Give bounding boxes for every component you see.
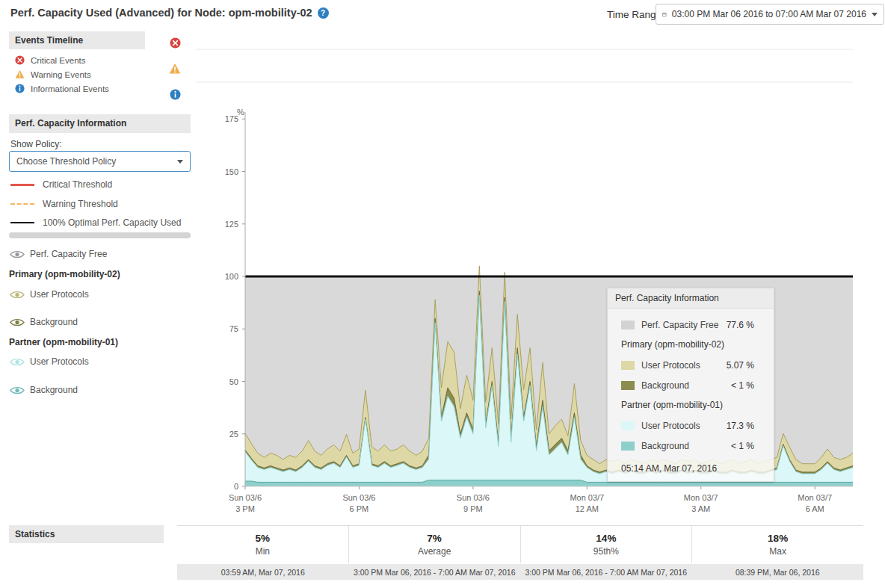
y-tick-label: 125: [225, 220, 238, 229]
calendar-icon: [662, 9, 667, 20]
info-icon: [15, 84, 25, 93]
y-tick-label: 75: [229, 324, 238, 333]
stat-average-range: 3:00 PM Mar 06, 2016 - 7:00 AM Mar 07, 2…: [349, 568, 521, 577]
tooltip-row-primary-user: User Protocols 5.07 %: [621, 355, 754, 375]
stat-min-date: 03:59 AM, Mar 07, 2016: [177, 568, 349, 577]
critical-events-lane-icon: [170, 37, 181, 49]
legend-optimal-threshold: 100% Optimal Perf. Capacity Used: [10, 217, 181, 228]
stat-95th-range: 3:00 PM Mar 06, 2016 - 7:00 AM Mar 07, 2…: [520, 568, 692, 577]
x-tick-label: Sun 03/6: [229, 493, 262, 502]
stat-average: 7% Average: [349, 526, 521, 563]
critical-threshold-swatch: [10, 184, 34, 186]
x-tick-label: Mon 03/7: [570, 493, 604, 502]
toggle-primary-user-protocols[interactable]: User Protocols: [10, 289, 89, 300]
legend-warning-threshold: Warning Threshold: [10, 199, 118, 209]
statistics-header: Statistics: [9, 525, 164, 543]
stat-max: 18% Max: [692, 526, 863, 563]
tooltip-primary-group: Primary (opm-mobility-02): [621, 335, 754, 355]
tooltip-title: Perf. Capacity Information: [608, 288, 774, 309]
chevron-down-icon: [177, 160, 183, 164]
x-tick-label: Mon 03/7: [798, 493, 832, 502]
time-range-value: 03:00 PM Mar 06 2016 to 07:00 AM Mar 07 …: [672, 9, 866, 19]
eye-icon: [10, 250, 25, 259]
y-tick-label: 100: [225, 272, 238, 281]
partner-node-group-label: Partner (opm-mobility-01): [9, 337, 118, 347]
stat-min: 5% Min: [177, 526, 349, 563]
perf-capacity-page: Perf. Capacity Used (Advanced) for Node:…: [0, 0, 885, 588]
threshold-policy-value: Choose Threshold Policy: [16, 156, 177, 167]
y-tick-label: 50: [229, 377, 238, 386]
partner-user-swatch: [621, 421, 635, 430]
tooltip-timestamp: 05:14 AM, Mar 07, 2016: [621, 463, 754, 474]
stat-max-date: 08:39 PM, Mar 06, 2016: [692, 568, 864, 577]
critical-icon: [15, 55, 25, 65]
optimal-threshold-swatch: [10, 222, 34, 223]
free-swatch: [621, 321, 635, 329]
time-range-picker[interactable]: 03:00 PM Mar 06 2016 to 07:00 AM Mar 07 …: [656, 4, 884, 25]
warning-icon: [15, 69, 25, 79]
toggle-perf-capacity-free[interactable]: Perf. Capacity Free: [10, 249, 107, 259]
statistics-values-row: 5% Min 7% Average 14% 95th% 18% Max: [177, 526, 863, 563]
x-tick-label: Sun 03/6: [342, 493, 375, 502]
page-title: Perf. Capacity Used (Advanced) for Node:…: [10, 7, 312, 19]
help-icon[interactable]: ?: [318, 7, 329, 19]
eye-icon: [10, 357, 25, 367]
legend-warning-events: Warning Events: [15, 69, 91, 79]
toggle-primary-background[interactable]: Background: [10, 317, 78, 327]
stat-95th: 14% 95th%: [521, 526, 693, 563]
y-tick-label: 150: [225, 167, 238, 176]
chevron-down-icon: [872, 13, 878, 16]
events-timeline-header: Events Timeline: [9, 31, 145, 49]
y-tick-label: 0: [234, 482, 238, 491]
perf-capacity-info-header: Perf. Capacity Information: [9, 114, 191, 133]
eye-icon: [10, 318, 25, 327]
primary-node-group-label: Primary (opm-mobility-02): [9, 269, 120, 279]
eye-icon: [10, 386, 25, 395]
header: Perf. Capacity Used (Advanced) for Node:…: [10, 7, 329, 19]
x-tick-label: 6 PM: [350, 504, 369, 513]
info-events-lane-icon: [170, 89, 181, 100]
y-axis-unit-label: %: [237, 108, 244, 117]
warning-threshold-swatch: [10, 203, 34, 205]
legend-critical-events: Critical Events: [15, 55, 86, 65]
partner-bg-swatch: [621, 442, 635, 451]
tooltip-row-free: Perf. Capacity Free 77.6 %: [621, 315, 754, 335]
x-tick-label: 6 AM: [806, 504, 824, 513]
tooltip-partner-group: Partner (opm-mobility-01): [621, 395, 754, 415]
eye-icon: [10, 290, 25, 300]
primary-bg-swatch: [621, 381, 635, 390]
tooltip-row-primary-bg: Background < 1 %: [621, 375, 754, 395]
show-policy-label: Show Policy:: [10, 139, 62, 149]
sidebar-scrollbar[interactable]: [9, 232, 191, 238]
toggle-partner-background[interactable]: Background: [10, 385, 78, 395]
x-tick-label: Mon 03/7: [684, 493, 718, 502]
time-range-label: Time Range: [607, 9, 662, 20]
statistics-dates-row: 03:59 AM, Mar 07, 2016 3:00 PM Mar 06, 2…: [177, 564, 863, 580]
warning-events-lane-icon: [169, 63, 181, 75]
x-tick-label: 3 AM: [691, 504, 710, 513]
chart-tooltip: Perf. Capacity Information Perf. Capacit…: [607, 288, 774, 482]
legend-informational-events: Informational Events: [15, 84, 109, 93]
x-tick-label: 3 PM: [235, 504, 255, 513]
toggle-partner-user-protocols[interactable]: User Protocols: [10, 356, 89, 367]
x-tick-label: 9 PM: [463, 504, 483, 513]
legend-critical-threshold: Critical Threshold: [10, 179, 112, 190]
x-tick-label: 12 AM: [576, 504, 599, 513]
threshold-policy-select[interactable]: Choose Threshold Policy: [9, 151, 191, 172]
primary-user-swatch: [621, 361, 635, 370]
tooltip-row-partner-user: User Protocols 17.3 %: [621, 415, 754, 436]
tooltip-row-partner-bg: Background < 1 %: [621, 436, 754, 456]
statistics-table: 5% Min 7% Average 14% 95th% 18% Max 03:5…: [177, 525, 863, 581]
x-tick-label: Sun 03/6: [457, 493, 490, 502]
y-tick-label: 25: [229, 430, 238, 439]
